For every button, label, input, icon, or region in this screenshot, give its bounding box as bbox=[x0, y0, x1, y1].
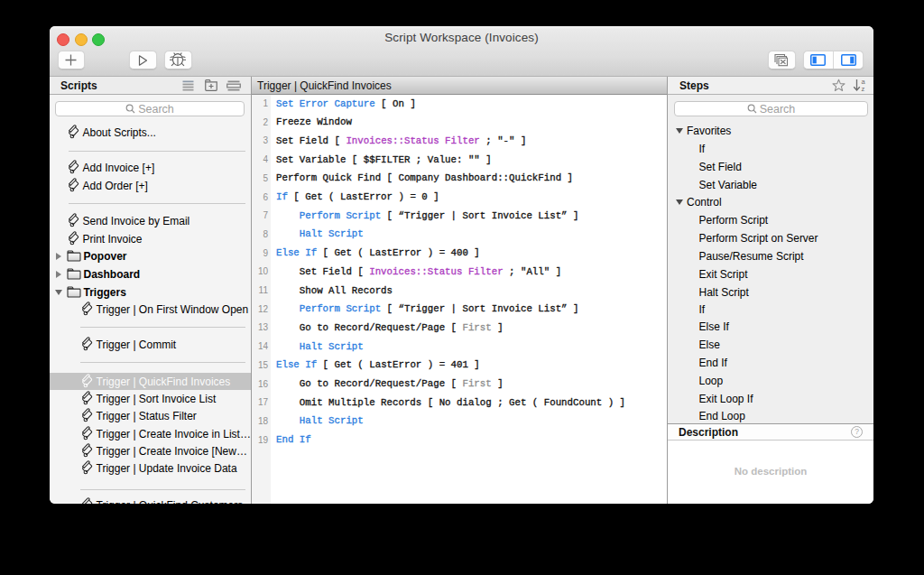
svg-text:z: z bbox=[862, 85, 865, 92]
